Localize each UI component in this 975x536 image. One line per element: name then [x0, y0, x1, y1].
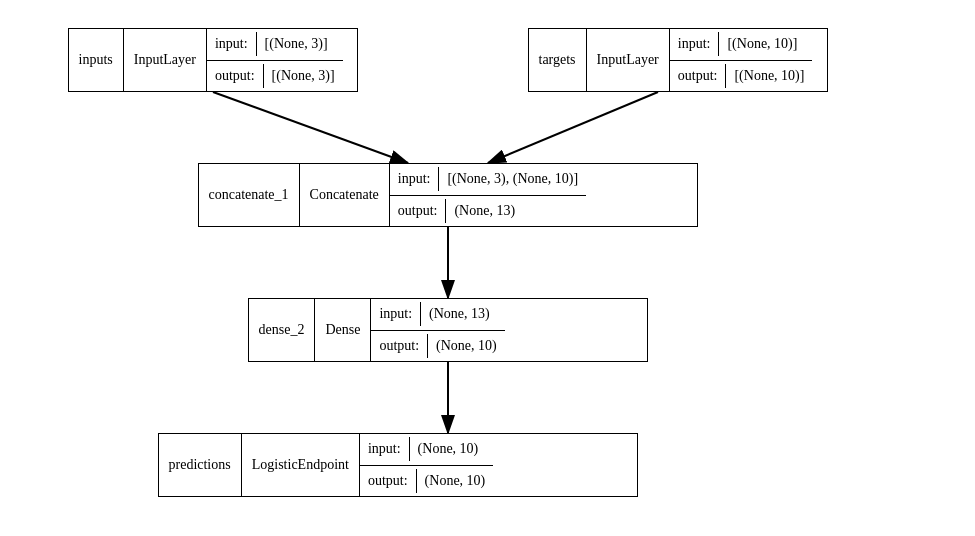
io-output-label-dense_2: output: [371, 334, 428, 358]
arrow-inputs-to-concat [213, 92, 408, 163]
node-dense_2: dense_2 Dense input: (None, 13) output: … [248, 298, 648, 362]
io-input-value-concatenate_1: [(None, 3), (None, 10)] [439, 167, 586, 191]
io-output-row-targets: output: [(None, 10)] [670, 61, 813, 92]
io-output-value-dense_2: (None, 10) [428, 334, 505, 358]
io-output-row-concatenate_1: output: (None, 13) [390, 196, 586, 227]
io-input-row-inputs: input: [(None, 3)] [207, 29, 343, 61]
node-predictions: predictions LogisticEndpoint input: (Non… [158, 433, 638, 497]
node-type-targets: InputLayer [587, 29, 670, 91]
node-concatenate_1: concatenate_1 Concatenate input: [(None,… [198, 163, 698, 227]
io-output-row-dense_2: output: (None, 10) [371, 331, 504, 362]
io-output-label-concatenate_1: output: [390, 199, 447, 223]
node-inputs: inputs InputLayer input: [(None, 3)] out… [68, 28, 358, 92]
io-output-row-predictions: output: (None, 10) [360, 466, 493, 497]
arrow-targets-to-concat [488, 92, 658, 163]
node-type-predictions: LogisticEndpoint [242, 434, 360, 496]
node-io-targets: input: [(None, 10)] output: [(None, 10)] [670, 29, 813, 91]
io-input-label-targets: input: [670, 32, 720, 56]
node-io-inputs: input: [(None, 3)] output: [(None, 3)] [207, 29, 343, 91]
io-input-row-targets: input: [(None, 10)] [670, 29, 813, 61]
node-targets: targets InputLayer input: [(None, 10)] o… [528, 28, 828, 92]
io-input-row-dense_2: input: (None, 13) [371, 299, 504, 331]
neural-network-diagram: inputs InputLayer input: [(None, 3)] out… [38, 8, 938, 528]
node-io-concatenate_1: input: [(None, 3), (None, 10)] output: (… [390, 164, 586, 226]
io-input-label-predictions: input: [360, 437, 410, 461]
io-input-label-dense_2: input: [371, 302, 421, 326]
io-input-value-inputs: [(None, 3)] [257, 32, 336, 56]
io-output-row-inputs: output: [(None, 3)] [207, 61, 343, 92]
node-io-predictions: input: (None, 10) output: (None, 10) [360, 434, 493, 496]
io-input-label-inputs: input: [207, 32, 257, 56]
io-output-label-inputs: output: [207, 64, 264, 88]
node-type-concatenate_1: Concatenate [300, 164, 390, 226]
node-name-predictions: predictions [159, 434, 242, 496]
node-io-dense_2: input: (None, 13) output: (None, 10) [371, 299, 504, 361]
io-input-value-dense_2: (None, 13) [421, 302, 498, 326]
node-type-inputs: InputLayer [124, 29, 207, 91]
node-type-dense_2: Dense [315, 299, 371, 361]
io-output-value-targets: [(None, 10)] [726, 64, 812, 88]
io-input-row-predictions: input: (None, 10) [360, 434, 493, 466]
node-name-concatenate_1: concatenate_1 [199, 164, 300, 226]
io-output-value-inputs: [(None, 3)] [264, 64, 343, 88]
io-output-label-targets: output: [670, 64, 727, 88]
io-input-label-concatenate_1: input: [390, 167, 440, 191]
io-output-value-predictions: (None, 10) [417, 469, 494, 493]
node-name-dense_2: dense_2 [249, 299, 316, 361]
io-output-value-concatenate_1: (None, 13) [446, 199, 523, 223]
io-output-label-predictions: output: [360, 469, 417, 493]
io-input-row-concatenate_1: input: [(None, 3), (None, 10)] [390, 164, 586, 196]
node-name-targets: targets [529, 29, 587, 91]
io-input-value-targets: [(None, 10)] [719, 32, 805, 56]
node-name-inputs: inputs [69, 29, 124, 91]
io-input-value-predictions: (None, 10) [410, 437, 487, 461]
